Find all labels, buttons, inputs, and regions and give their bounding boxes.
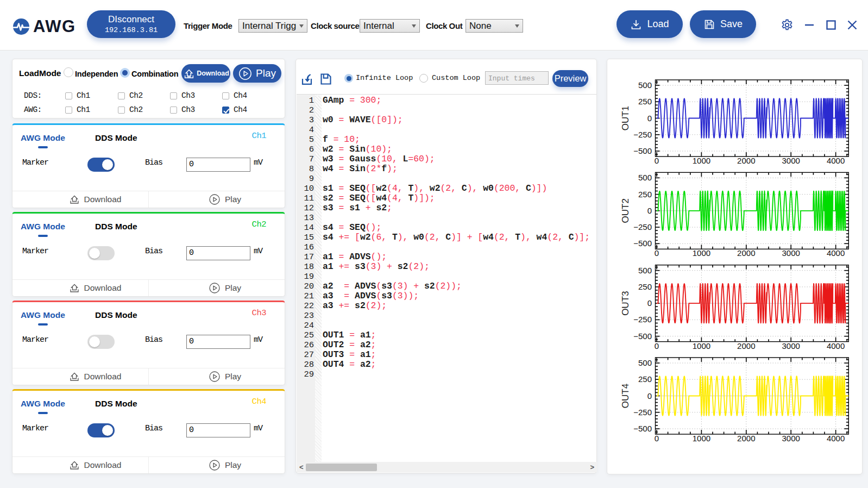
svg-text:0: 0 [655,248,659,258]
svg-text:0: 0 [655,434,659,443]
svg-text:0: 0 [655,341,659,351]
svg-text:250: 250 [638,282,652,291]
svg-text:1000: 1000 [693,434,710,443]
svg-text:250: 250 [638,374,652,384]
svg-text:4000: 4000 [827,248,845,258]
svg-text:4000: 4000 [827,341,845,351]
svg-text:0: 0 [647,114,652,123]
svg-text:−500: −500 [633,331,652,341]
svg-text:3000: 3000 [782,341,800,351]
svg-text:OUT4: OUT4 [620,384,631,408]
svg-text:3000: 3000 [782,248,800,258]
svg-text:2000: 2000 [737,341,755,351]
svg-text:2000: 2000 [737,248,755,258]
svg-text:−500: −500 [633,146,652,155]
svg-text:−250: −250 [633,408,652,417]
svg-text:0: 0 [647,298,652,308]
svg-text:3000: 3000 [782,434,800,443]
svg-text:−250: −250 [633,315,652,324]
svg-text:250: 250 [638,190,652,199]
svg-text:500: 500 [638,80,652,90]
svg-text:250: 250 [638,97,652,106]
svg-text:−500: −500 [633,424,652,433]
svg-text:OUT3: OUT3 [620,291,631,316]
svg-text:0: 0 [655,156,659,165]
svg-text:2000: 2000 [737,156,755,165]
svg-text:4000: 4000 [827,156,845,165]
svg-text:−500: −500 [633,239,652,248]
svg-text:3000: 3000 [782,156,800,165]
svg-text:OUT1: OUT1 [620,106,631,130]
svg-text:500: 500 [638,173,652,182]
svg-text:−250: −250 [633,130,652,139]
svg-text:1000: 1000 [693,248,710,258]
svg-text:0: 0 [647,206,652,215]
svg-text:500: 500 [638,266,652,275]
svg-text:1000: 1000 [693,156,710,165]
svg-text:2000: 2000 [737,434,755,443]
svg-text:4000: 4000 [827,434,845,443]
svg-text:0: 0 [647,391,652,401]
svg-text:OUT2: OUT2 [620,198,631,223]
svg-text:−250: −250 [633,222,652,232]
svg-text:1000: 1000 [693,341,710,351]
svg-text:500: 500 [638,358,652,367]
